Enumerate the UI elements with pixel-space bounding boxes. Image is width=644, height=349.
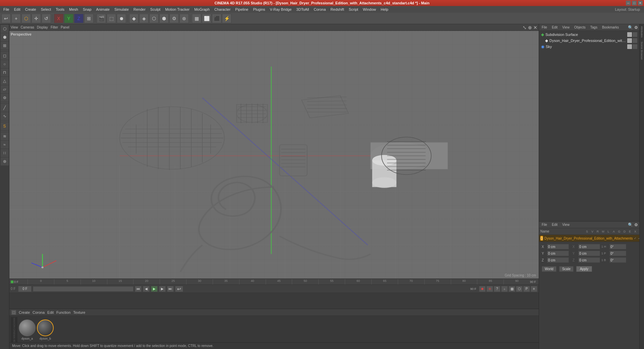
menu-snap[interactable]: Snap [81, 7, 94, 12]
menu-create[interactable]: Create [23, 7, 38, 12]
menu-vray-bridge[interactable]: V-Ray Bridge [268, 7, 294, 12]
om-tab-view[interactable]: View [561, 25, 571, 30]
menu-render[interactable]: Render [131, 7, 148, 12]
window-controls[interactable]: ─ □ ✕ [626, 1, 643, 5]
material-item-dyson-b[interactable]: dyson_b [37, 319, 54, 340]
keyframe-all-btn[interactable]: ▩ [508, 286, 515, 292]
attr-search-icon[interactable]: 🔍 [628, 222, 633, 227]
om-vis-dyson-2[interactable] [633, 38, 637, 43]
tool-sphere[interactable]: ○ [1, 60, 9, 68]
attr-tab-view[interactable]: View [561, 222, 571, 227]
tool-extrude[interactable]: S [1, 122, 9, 130]
menu-help[interactable]: Help [379, 7, 390, 12]
om-tab-objects[interactable]: Objects [573, 25, 587, 30]
tool-cylinder[interactable]: ⊓ [1, 68, 9, 77]
keyframe-del-btn[interactable]: P [523, 286, 530, 292]
om-vis-sky-2[interactable] [633, 44, 637, 49]
timeline-scrub-bar[interactable] [33, 286, 133, 292]
keyframe-sel-btn[interactable]: ⬡ [516, 286, 523, 292]
menu-character[interactable]: Character [212, 7, 232, 12]
toolbar-display-3[interactable]: ⬛ [212, 14, 221, 23]
vp-tab-cameras[interactable]: Cameras [21, 26, 35, 29]
edge-tab-attributes[interactable]: Attributes [640, 24, 643, 40]
attr-selected-item-row[interactable]: ⬡ Dyson_Hair_Dryer_Professional_Edition_… [539, 235, 639, 242]
viewport-canvas[interactable]: Perspective Grid Spacing : 10 cm [9, 31, 539, 279]
menu-select[interactable]: Select [39, 7, 53, 12]
timeline-settings[interactable]: ≡ [531, 286, 537, 292]
om-vis-1[interactable] [627, 32, 632, 37]
menu-motion-tracker[interactable]: Motion Tracker [163, 7, 192, 12]
toolbar-move[interactable]: ✛ [32, 14, 41, 23]
toolbar-render-region[interactable]: ⬚ [107, 14, 116, 23]
vp-tab-filter[interactable]: Filter [51, 26, 58, 29]
toolbar-new[interactable]: + [11, 14, 21, 23]
minimize-button[interactable]: ─ [626, 1, 631, 5]
om-vis-dyson-1[interactable] [627, 38, 632, 43]
toolbar-z-axis[interactable]: Z [74, 14, 84, 23]
toolbar-anim[interactable]: ⏺ [117, 14, 126, 23]
vp-ctrl-2[interactable]: ⊕ [528, 25, 532, 30]
record-btn[interactable]: ⏺ [479, 286, 486, 292]
tool-cloth[interactable]: ≈ [1, 141, 9, 149]
toolbar-mesh-3[interactable]: ⬡ [149, 14, 159, 23]
material-ball-dyson-a[interactable] [19, 319, 36, 336]
menu-simulate[interactable]: Simulate [112, 7, 131, 12]
playback-to-end[interactable]: ⏭ [167, 286, 174, 292]
mat-tab-texture[interactable]: Texture [73, 310, 85, 314]
menu-pipeline[interactable]: Pipeline [233, 7, 250, 12]
toolbar-rotate[interactable]: ↺ [42, 14, 51, 23]
menu-mograph[interactable]: MoGraph [192, 7, 212, 12]
toolbar-undo[interactable]: ↩ [1, 14, 11, 23]
coord-y-pos[interactable] [547, 251, 569, 256]
key-btn[interactable]: ? [494, 286, 500, 292]
tool-hair[interactable]: ≋ [1, 132, 9, 140]
om-vis-sky-1[interactable] [627, 44, 632, 49]
toolbar-x-axis[interactable]: X [54, 14, 63, 23]
vp-tab-display[interactable]: Display [37, 26, 48, 29]
om-tab-edit[interactable]: Edit [550, 25, 559, 30]
coord-x-pos[interactable] [547, 244, 569, 249]
vp-ctrl-3[interactable]: ✕ [533, 25, 537, 30]
coord-scale-btn[interactable]: Scale [559, 266, 574, 272]
tool-dynamics[interactable]: ⊛ [1, 157, 9, 165]
tool-bp-uv[interactable]: ⊞ [1, 42, 9, 50]
menu-corona[interactable]: Corona [312, 7, 328, 12]
playback-step-fwd[interactable]: ▶ [159, 286, 166, 292]
tool-cube[interactable]: ◻ [1, 52, 9, 60]
maximize-button[interactable]: □ [632, 1, 637, 5]
om-vis-2[interactable] [633, 32, 637, 37]
vp-ctrl-1[interactable]: ⤡ [523, 25, 527, 30]
menu-tools[interactable]: Tools [54, 7, 66, 12]
toolbar-mesh-1[interactable]: ◆ [129, 14, 139, 23]
toolbar-display-1[interactable]: ▦ [192, 14, 201, 23]
close-button[interactable]: ✕ [638, 1, 643, 5]
om-tab-file[interactable]: File [540, 25, 548, 30]
menu-edit[interactable]: Edit [12, 7, 22, 12]
menu-animate[interactable]: Animate [94, 7, 112, 12]
toolbar-render[interactable]: 🎬 [97, 14, 106, 23]
om-item-sky[interactable]: ◉ Sky [540, 44, 639, 50]
coord-world-btn[interactable]: World [542, 266, 556, 272]
toolbar-mesh-2[interactable]: ◈ [139, 14, 149, 23]
tool-model[interactable]: ⬡ [1, 25, 9, 33]
om-search-icon[interactable]: 🔍 [628, 25, 633, 30]
toolbar-mesh-5[interactable]: ⚙ [169, 14, 179, 23]
record-auto-btn[interactable]: ⊕ [486, 286, 493, 292]
coord-y-pos2[interactable] [578, 251, 600, 256]
toolbar-mesh-4[interactable]: ⬢ [159, 14, 169, 23]
toolbar-mesh-6[interactable]: ⊛ [179, 14, 189, 23]
menu-sculpt[interactable]: Sculpt [148, 7, 163, 12]
coord-p-val[interactable] [609, 251, 626, 256]
playback-step-back[interactable]: ◀ [143, 286, 150, 292]
tool-texture[interactable]: ⬢ [1, 33, 9, 41]
attr-tab-file[interactable]: File [540, 222, 548, 227]
material-ball-dyson-b[interactable] [37, 319, 54, 336]
toolbar-world[interactable]: ⊞ [84, 14, 94, 23]
attr-tab-edit[interactable]: Edit [550, 222, 559, 227]
coord-z-pos2[interactable] [578, 257, 600, 263]
toolbar-display-4[interactable]: ⚡ [222, 14, 231, 23]
menu-file[interactable]: File [1, 7, 11, 12]
coord-h-val[interactable] [609, 244, 626, 249]
menu-script[interactable]: Script [347, 7, 360, 12]
vp-tab-view[interactable]: View [11, 26, 18, 29]
